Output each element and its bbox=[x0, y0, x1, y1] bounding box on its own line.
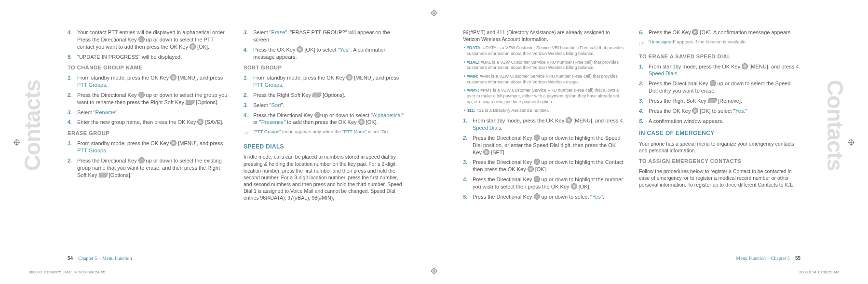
heading-erase-speed-dial: TO ERASE A SAVED SPEED DIAL bbox=[639, 53, 800, 60]
ok-key-icon bbox=[170, 74, 176, 81]
column-1: 4. Your contact PTT entries will be disp… bbox=[68, 29, 229, 241]
step-body: Press the Directional Key up or down to … bbox=[77, 157, 229, 179]
step: 2. Press the Right Soft Key [Options]. bbox=[244, 92, 405, 99]
fine-print: • #PMT: #PMT is a VZW Customer Service V… bbox=[463, 88, 624, 105]
step-number: 2. bbox=[68, 157, 74, 179]
step: 3. Press the Directional Key up or down … bbox=[463, 159, 624, 173]
speed-dial-cont: 99(#PMT) and 411 (Directory Assistance) … bbox=[463, 29, 624, 42]
nav-key-icon bbox=[534, 159, 540, 165]
menu-link: Presence bbox=[261, 119, 284, 125]
step-body: Press the Right Soft Key [Remove]. bbox=[649, 97, 800, 105]
step-body: Enter the new group name, then press the… bbox=[77, 119, 229, 126]
step: 6. Press the OK Key [OK]. A confirmation… bbox=[639, 29, 800, 36]
registration-mark-icon bbox=[848, 139, 854, 146]
heading-assign-ice: TO ASSIGN EMERGENCY CONTACTS bbox=[639, 158, 800, 165]
step-body: Press the Right Soft Key [Options]. bbox=[253, 92, 405, 99]
page-55: Contacts 99(#PMT) and 411 (Directory Ass… bbox=[434, 0, 868, 284]
step-body: Your contact PTT entries will be display… bbox=[77, 29, 229, 51]
menu-link: Rename bbox=[95, 109, 116, 115]
menu-link: Yes bbox=[592, 194, 601, 200]
hand-icon: ☞ bbox=[639, 39, 645, 48]
step-body: Press the Directional Key up or down to … bbox=[649, 80, 800, 95]
step-number: 3. bbox=[68, 109, 74, 116]
fine-print: • #DATA: #DATA is a VZW Customer Service… bbox=[463, 45, 624, 56]
step: 4. Press the Directional Key up or down … bbox=[244, 112, 405, 126]
step: 4. Your contact PTT entries will be disp… bbox=[68, 29, 229, 51]
menu-link: PTT Groups bbox=[77, 148, 106, 153]
menu-link: Sort bbox=[271, 102, 281, 108]
step-body: Press the Directional Key up or down to … bbox=[473, 176, 624, 190]
step-number: 2. bbox=[463, 135, 470, 156]
ok-key-icon bbox=[566, 117, 572, 123]
step-number: 5. bbox=[463, 193, 470, 201]
step-number: 5. bbox=[68, 54, 74, 61]
nav-key-icon bbox=[138, 36, 145, 42]
page-spread: Contacts 4. Your contact PTT entries wil… bbox=[0, 0, 868, 284]
step-number: 1. bbox=[463, 117, 470, 132]
step-number: 4. bbox=[244, 46, 250, 61]
step-body: From standby mode, press the OK Key [MEN… bbox=[649, 63, 800, 78]
step-body: Select "Sort". bbox=[253, 102, 405, 109]
step-body: From standby mode, press the OK Key [MEN… bbox=[473, 117, 624, 132]
step: 2. Press the Directional Key up or down … bbox=[639, 80, 800, 95]
step: 2. Press the Directional Key up or down … bbox=[463, 135, 624, 156]
columns: 4. Your contact PTT entries will be disp… bbox=[68, 29, 405, 241]
step: 1. From standby mode, press the OK Key [… bbox=[244, 74, 405, 89]
step: 1. From standby mode, press the OK Key [… bbox=[68, 74, 229, 89]
step-body: From standby mode, press the OK Key [MEN… bbox=[77, 74, 229, 89]
step-body: A confirmation window appears. bbox=[649, 118, 800, 125]
fine-print: • #BAL: #BAL is a VZW Customer Service V… bbox=[463, 60, 624, 71]
ok-key-icon bbox=[571, 183, 577, 189]
step: 3. Select "Rename". bbox=[68, 109, 229, 116]
column-1: 99(#PMT) and 411 (Directory Assistance) … bbox=[463, 29, 624, 241]
print-filename: 080803_CDM8975_RAP_REV00.indd 54-55 bbox=[29, 270, 105, 274]
footer-left: 54 Chapter 5 − Menu Function bbox=[68, 256, 132, 261]
step-number: 4. bbox=[68, 119, 74, 126]
step: 4. Enter the new group name, then press … bbox=[68, 119, 229, 126]
step-body: Press the OK Key [OK] to select "Yes". A… bbox=[253, 46, 405, 61]
heading-change-group: TO CHANGE GROUP NAME bbox=[68, 64, 229, 71]
step: 1. From standby mode, press the OK Key [… bbox=[463, 117, 624, 132]
step: 1. From standby mode, press the OK Key [… bbox=[639, 63, 800, 78]
note-text: "Unassigned" appears if the location is … bbox=[648, 39, 747, 48]
step-body: Press the Directional Key up or down to … bbox=[473, 159, 624, 173]
ok-key-icon bbox=[197, 119, 203, 125]
columns: 99(#PMT) and 411 (Directory Assistance) … bbox=[463, 29, 800, 241]
chapter-label: Chapter 5 − Menu Function bbox=[78, 256, 132, 261]
step: 3. Press the Right Soft Key [Remove]. bbox=[639, 97, 800, 105]
softkey-icon bbox=[185, 100, 194, 105]
heading-ice: IN CASE OF EMERGENCY bbox=[639, 129, 800, 137]
ok-key-icon bbox=[358, 119, 365, 125]
ice-intro: Your phone has a special menu to organiz… bbox=[639, 140, 800, 154]
print-info-line: 080803_CDM8975_RAP_REV00.indd 54-55 2008… bbox=[29, 270, 839, 274]
chapter-label: Menu Function − Chapter 5 bbox=[736, 256, 790, 261]
nav-key-icon bbox=[138, 157, 145, 163]
step: 2. Press the Directional Key up or down … bbox=[68, 157, 229, 179]
menu-link: Yes bbox=[735, 108, 744, 114]
step: 4. Press the Directional Key up or down … bbox=[463, 176, 624, 190]
step-body: Press the Directional Key up or down to … bbox=[473, 193, 624, 201]
step-number: 3. bbox=[639, 97, 646, 105]
step-number: 5. bbox=[639, 118, 646, 125]
registration-mark-icon bbox=[431, 10, 437, 16]
thumb-tab-right: Contacts bbox=[822, 53, 849, 198]
step: 1. From standby mode, press the OK Key [… bbox=[68, 140, 229, 154]
step: 5. "UPDATE IN PROGRESS" will be displaye… bbox=[68, 54, 229, 61]
menu-link: PTT Groups bbox=[77, 82, 106, 88]
nav-key-icon bbox=[710, 80, 716, 86]
step-body: Press the OK Key [OK] to select "Yes." bbox=[649, 108, 800, 115]
column-2: 3. Select "Erase". "ERASE PTT GROUP?" wi… bbox=[244, 29, 405, 241]
ok-key-icon bbox=[190, 43, 196, 50]
nav-key-icon bbox=[534, 176, 540, 182]
note: ☞ "Unassigned" appears if the location i… bbox=[639, 39, 800, 48]
step: 4. Press the OK Key [OK] to select "Yes"… bbox=[244, 46, 405, 61]
speed-dial-intro: In idle mode, calls can be placed to num… bbox=[244, 153, 405, 201]
nav-key-icon bbox=[534, 193, 540, 200]
step-number: 6. bbox=[639, 29, 646, 36]
step-body: Press the Directional Key up or down to … bbox=[253, 112, 405, 126]
step-body: From standby mode, press the OK Key [MEN… bbox=[253, 74, 405, 89]
menu-link: Erase bbox=[271, 29, 285, 35]
ok-key-icon bbox=[297, 46, 303, 53]
registration-mark-icon bbox=[14, 139, 20, 146]
step-body: From standby mode, press the OK Key [MEN… bbox=[77, 140, 229, 154]
